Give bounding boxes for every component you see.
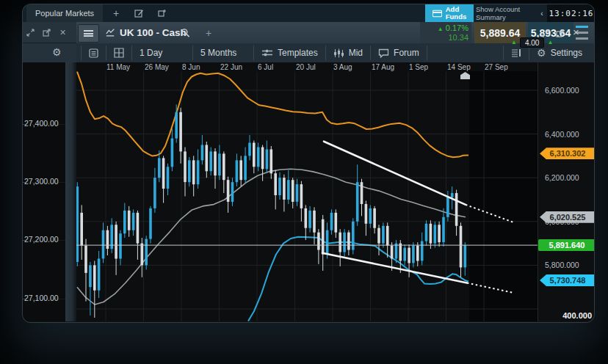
price-badge: 6,020.525 — [540, 211, 595, 223]
background-window-titlebar: × — [23, 22, 76, 43]
popout-icon[interactable] — [555, 29, 565, 38]
price-axis-label: 6,200.000 — [545, 173, 579, 182]
date-label: 6 Jul — [258, 63, 273, 71]
background-window-toolbar: ⚙ — [23, 43, 76, 64]
date-label: 1 Sep — [409, 63, 428, 71]
date-label: 27 Sep — [485, 63, 508, 71]
order-ticket-button[interactable] — [81, 46, 106, 60]
sliders-icon — [261, 48, 273, 57]
background-chart-panel: 27,400.0027,300.0027,200.0027,100.00 — [23, 62, 65, 321]
show-account-summary-label: Show Account Summary — [476, 5, 538, 21]
price-badge: 5,730.748 — [540, 274, 595, 286]
range-button[interactable]: 5 Months — [193, 46, 254, 60]
add-funds-button[interactable]: Add Funds — [425, 4, 474, 22]
price-badge: 5,891.640 — [538, 239, 595, 251]
upper-bollinger — [77, 72, 468, 158]
add-workspace-icon — [158, 9, 167, 18]
plus-icon: + — [113, 7, 119, 19]
upper-trendline — [324, 142, 466, 205]
change-points: 10.34 — [448, 33, 468, 42]
panel-right-icon — [511, 48, 521, 57]
date-label: 20 Jul — [296, 63, 316, 71]
add-funds-label: Add Funds — [446, 6, 467, 21]
date-label: 22 Jun — [220, 63, 242, 71]
date-label: 14 Sep — [447, 63, 471, 71]
close-icon[interactable]: × — [571, 27, 581, 37]
volume-axis-label: 400.000 — [562, 311, 592, 320]
show-account-summary-button[interactable]: Show Account Summary — [476, 4, 538, 22]
price-axis-label: 27,100.00 — [24, 294, 59, 302]
price-axis-label: 27,200.00 — [24, 235, 59, 244]
forum-button[interactable]: Forum — [371, 46, 427, 60]
price-axis-label: 6,400.000 — [545, 130, 579, 139]
settings-button[interactable]: ⚙ Settings — [529, 46, 595, 60]
tab-popular-markets[interactable]: Popular Markets — [26, 4, 103, 22]
change-display: ▲ 0.17% 10.34 — [420, 22, 471, 43]
change-percent: 0.17% — [446, 23, 468, 32]
up-triangle-icon: ▲ — [438, 26, 444, 32]
popout-icon[interactable] — [42, 28, 51, 37]
date-label: 17 Aug — [372, 63, 394, 71]
range-label: 5 Months — [200, 48, 236, 58]
date-label: 8 Jun — [182, 63, 200, 71]
search-icon[interactable] — [181, 28, 190, 37]
window-bottom-edge — [23, 321, 595, 323]
gear-icon[interactable]: ⚙ — [52, 46, 62, 58]
credit-card-icon — [433, 9, 442, 18]
price-axis-label: 6,600.000 — [545, 86, 579, 95]
chart-menu-button[interactable] — [78, 24, 99, 43]
top-tab-bar: Popular Markets + Add Funds Show Accoun — [23, 4, 595, 23]
price-type-button[interactable]: Mid — [326, 46, 371, 60]
spread-value: 4.00 — [520, 37, 544, 48]
add-tab-button[interactable]: + — [107, 4, 125, 22]
list-icon — [89, 48, 98, 58]
chart-window-titlebar: UK 100 - Cash + ▲ 0.17% 10.34 5,889.64 5… — [76, 22, 595, 44]
interval-button[interactable]: 1 Day — [132, 46, 193, 60]
trading-app-window: Popular Markets + Add Funds Show Accoun — [22, 4, 595, 323]
grid-icon — [114, 48, 124, 58]
menu-icon — [84, 30, 93, 37]
price-axis-label: 27,300.00 — [24, 177, 59, 186]
expand-icon[interactable] — [26, 28, 35, 37]
screen: { "app": { "glyphs": {"up": "▲", "chevro… — [0, 0, 608, 364]
speech-bubble-icon — [378, 48, 389, 58]
window-gutter — [65, 62, 76, 321]
price-type-label: Mid — [349, 48, 363, 58]
layout-grid-button[interactable] — [106, 46, 132, 60]
server-clock: 13:02:16 — [547, 4, 595, 22]
instrument-title: UK 100 - Cash — [120, 22, 187, 43]
price-badge: 6,310.302 — [540, 148, 595, 159]
close-icon[interactable]: × — [58, 28, 68, 37]
candles-icon — [333, 48, 344, 58]
gear-icon: ⚙ — [537, 47, 546, 59]
date-label: 26 May — [145, 63, 169, 71]
add-chart-tab-button[interactable]: + — [206, 27, 211, 39]
date-label: 3 Aug — [333, 63, 352, 71]
sell-price: 5,889.64 — [480, 27, 521, 39]
chart-canvas[interactable] — [76, 71, 538, 321]
clock-value: 13:02:16 — [549, 9, 594, 18]
lower-trendline — [322, 253, 467, 283]
tab-popular-markets-label: Popular Markets — [35, 9, 94, 18]
price-axis[interactable]: 400.000 6,600.0006,400.0006,200.0006,000… — [538, 62, 595, 321]
price-axis-label: 27,400.00 — [24, 119, 59, 128]
compose-icon — [134, 9, 144, 18]
templates-button[interactable]: Templates — [254, 46, 326, 60]
up-triangle-icon: ▲ — [547, 40, 553, 46]
moving-average — [77, 169, 466, 305]
collapse-summary-chevron[interactable]: ‹ — [538, 4, 546, 22]
up-triangle-icon: ▲ — [511, 40, 517, 46]
interval-label: 1 Day — [140, 48, 162, 58]
watchlist-panel-button[interactable] — [503, 46, 529, 60]
compose-button[interactable] — [130, 4, 148, 22]
date-label: 11 May — [106, 63, 130, 71]
forum-label: Forum — [394, 48, 419, 58]
templates-label: Templates — [278, 48, 318, 58]
line-chart-icon — [106, 28, 115, 37]
price-axis-label: 5,800.000 — [545, 261, 579, 269]
spread-display: ▲ 4.00 ▲ — [511, 38, 553, 47]
new-workspace-button[interactable] — [153, 4, 171, 22]
lower-bollinger — [248, 237, 468, 321]
chevron-left-icon: ‹ — [540, 10, 543, 18]
settings-label: Settings — [551, 48, 582, 58]
